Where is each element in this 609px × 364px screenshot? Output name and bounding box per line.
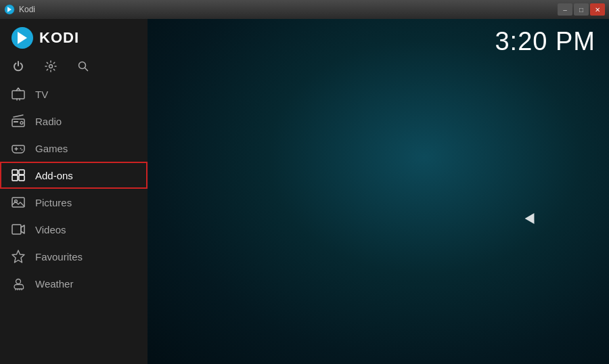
svg-point-8 [20,122,23,124]
svg-rect-16 [12,198,24,207]
radio-icon [11,114,26,129]
titlebar: Kodi – □ ✕ [0,0,609,19]
titlebar-controls: – □ ✕ [558,3,605,16]
sidebar-item-radio[interactable]: Radio [0,108,148,135]
svg-rect-14 [12,170,18,175]
svg-rect-18 [12,225,21,234]
power-icon[interactable] [12,60,24,72]
kodi-logo-icon [11,26,34,49]
sidebar-item-favourites[interactable]: Favourites [0,243,148,270]
svg-rect-9 [14,121,18,122]
sidebar-item-favourites-label: Favourites [35,251,83,263]
addons-icon [11,168,26,183]
svg-point-4 [49,65,53,68]
pictures-icon [11,195,26,210]
svg-point-11 [22,150,23,151]
sidebar-item-tv[interactable]: TV [0,81,148,108]
content-area: 3:20 PM [148,19,609,364]
sidebar-item-games-label: Games [35,143,68,154]
videos-icon [11,222,26,237]
svg-point-20 [16,279,21,284]
sidebar-item-radio-label: Radio [35,116,62,127]
svg-rect-12 [12,175,18,181]
svg-rect-15 [19,170,24,175]
sidebar-item-tv-label: TV [35,89,48,100]
sidebar-item-videos-label: Videos [35,224,66,235]
sidebar-controls [0,56,148,81]
titlebar-title: Kodi [19,5,35,14]
tv-icon [11,87,26,101]
sidebar-item-pictures-label: Pictures [35,197,72,208]
sidebar: KODI [0,19,148,364]
kodi-header: KODI [0,19,148,56]
minimize-button[interactable]: – [558,3,572,16]
search-icon[interactable] [77,60,89,72]
close-button[interactable]: ✕ [590,3,605,16]
sidebar-item-videos[interactable]: Videos [0,216,148,243]
svg-rect-13 [19,175,24,181]
settings-icon[interactable] [45,60,57,72]
titlebar-left: Kodi [4,4,35,15]
maximize-button[interactable]: □ [574,3,589,16]
svg-rect-6 [12,91,24,99]
main-content: KODI [0,19,609,364]
titlebar-app-icon [4,4,15,15]
sidebar-item-addons-label: Add-ons [35,170,73,181]
sidebar-item-weather-label: Weather [35,278,73,290]
sidebar-item-addons[interactable]: Add-ons [0,162,148,189]
kodi-title: KODI [39,29,79,47]
favourites-icon [11,249,26,264]
sidebar-item-weather[interactable]: Weather [0,270,148,297]
games-icon [11,141,26,156]
clock: 3:20 PM [495,27,595,56]
weather-icon [11,276,26,291]
sidebar-item-games[interactable]: Games [0,135,148,162]
svg-rect-7 [12,119,24,127]
svg-point-10 [20,148,22,150]
sidebar-item-pictures[interactable]: Pictures [0,189,148,216]
svg-marker-19 [12,250,24,263]
mouse-cursor [525,213,539,227]
